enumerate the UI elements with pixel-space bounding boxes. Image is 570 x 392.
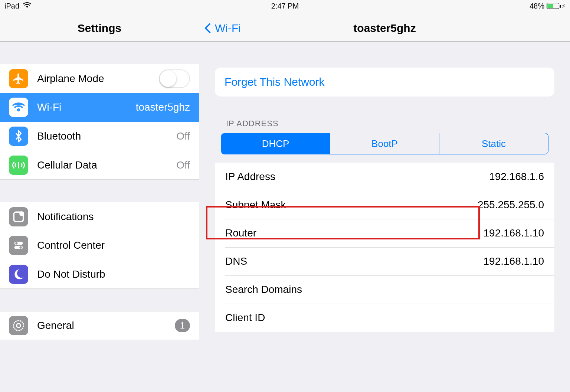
row-dns[interactable]: DNS 192.168.1.10 — [215, 247, 554, 275]
control-center-label: Control Center — [37, 239, 105, 251]
sidebar-item-bluetooth[interactable]: Bluetooth Off — [0, 122, 199, 151]
control-center-icon — [9, 236, 28, 255]
charging-icon: ⚡︎ — [561, 3, 566, 10]
sidebar-item-airplane-mode[interactable]: Airplane Mode — [0, 64, 199, 93]
back-label: Wi-Fi — [215, 22, 241, 35]
row-subnet-mask[interactable]: Subnet Mask 255.255.255.0 — [215, 191, 554, 219]
notifications-icon — [9, 207, 28, 226]
ip-address-section-header: IP ADDRESS — [215, 119, 554, 128]
svg-point-0 — [17, 109, 20, 111]
sidebar-item-control-center[interactable]: Control Center — [0, 231, 199, 260]
wifi-icon — [9, 98, 28, 117]
bluetooth-value: Off — [176, 130, 190, 142]
svg-point-7 — [14, 321, 24, 331]
device-label: iPad — [4, 2, 19, 10]
battery-icon — [547, 3, 559, 9]
sidebar-item-notifications[interactable]: Notifications — [0, 202, 199, 231]
detail-title: toaster5ghz — [353, 22, 416, 35]
sidebar-item-do-not-disturb[interactable]: Do Not Disturb — [0, 260, 199, 289]
forget-network-button[interactable]: Forget This Network — [215, 68, 554, 97]
value-dns: 192.168.1.10 — [484, 255, 544, 267]
ip-mode-segmented-control[interactable]: DHCP BootP Static — [221, 133, 548, 154]
segment-dhcp[interactable]: DHCP — [221, 133, 330, 154]
sidebar-item-wifi[interactable]: Wi-Fi toaster5ghz — [0, 93, 199, 122]
label-search-domains: Search Domains — [225, 284, 302, 295]
sidebar-item-cellular-data[interactable]: Cellular Data Off — [0, 151, 199, 180]
dnd-label: Do Not Disturb — [37, 268, 105, 280]
svg-point-6 — [20, 246, 22, 249]
airplane-toggle[interactable] — [159, 69, 190, 88]
label-subnet-mask: Subnet Mask — [225, 199, 286, 211]
row-router[interactable]: Router 192.168.1.10 — [215, 219, 554, 247]
value-subnet-mask: 255.255.255.0 — [478, 199, 544, 211]
label-dns: DNS — [225, 255, 247, 267]
cellular-label: Cellular Data — [37, 159, 97, 171]
notifications-label: Notifications — [37, 211, 94, 223]
value-ip-address: 192.168.1.6 — [489, 171, 544, 183]
detail-pane: Wi-Fi toaster5ghz Forget This Network IP… — [199, 0, 570, 392]
back-button[interactable]: Wi-Fi — [206, 22, 241, 35]
label-client-id: Client ID — [225, 312, 265, 324]
gear-icon — [9, 316, 28, 335]
svg-point-2 — [19, 211, 24, 216]
row-search-domains[interactable]: Search Domains — [215, 275, 554, 304]
bluetooth-icon — [9, 127, 28, 146]
cellular-icon — [9, 156, 28, 175]
label-router: Router — [225, 227, 256, 239]
wifi-label: Wi-Fi — [37, 101, 61, 113]
sidebar-title: Settings — [78, 22, 121, 35]
segment-bootp[interactable]: BootP — [330, 133, 439, 154]
svg-point-8 — [17, 324, 21, 328]
wifi-value: toaster5ghz — [136, 101, 190, 113]
airplane-label: Airplane Mode — [37, 73, 104, 85]
bluetooth-label: Bluetooth — [37, 130, 81, 142]
moon-icon — [9, 265, 28, 284]
airplane-icon — [9, 69, 28, 88]
battery-pct: 48% — [530, 2, 544, 10]
label-ip-address: IP Address — [225, 171, 275, 183]
status-bar: iPad 2:47 PM 48% ⚡︎ — [0, 0, 570, 12]
chevron-left-icon — [204, 23, 215, 33]
general-label: General — [37, 320, 74, 331]
cellular-value: Off — [176, 159, 190, 171]
wifi-status-icon — [23, 2, 31, 10]
general-badge: 1 — [175, 319, 190, 332]
settings-sidebar: Settings Airplane Mode Wi-Fi toaster5ghz — [0, 0, 199, 392]
value-router: 192.168.1.10 — [484, 227, 544, 239]
ip-details-list: IP Address 192.168.1.6 Subnet Mask 255.2… — [215, 163, 554, 332]
clock: 2:47 PM — [271, 2, 299, 10]
svg-point-4 — [15, 242, 17, 244]
sidebar-item-general[interactable]: General 1 — [0, 311, 199, 340]
row-client-id[interactable]: Client ID — [215, 304, 554, 332]
forget-network-card: Forget This Network — [215, 68, 554, 97]
segment-static[interactable]: Static — [439, 133, 548, 154]
row-ip-address[interactable]: IP Address 192.168.1.6 — [215, 163, 554, 191]
